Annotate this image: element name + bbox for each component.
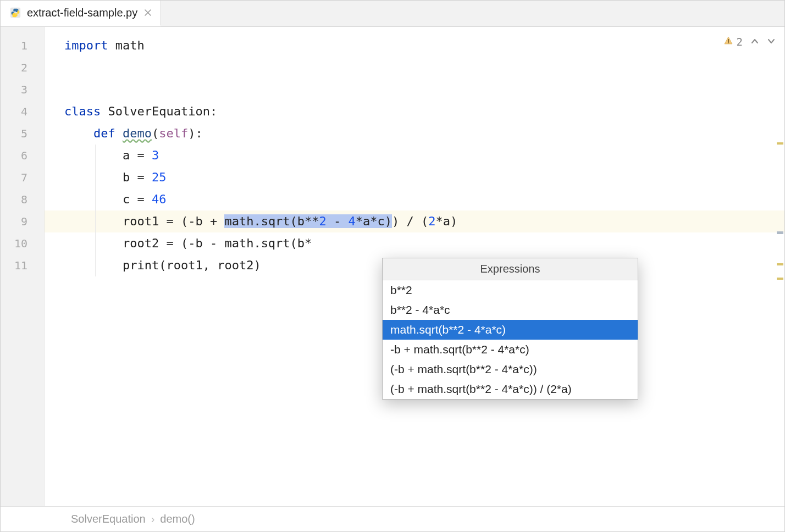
chevron-right-icon: › [151,513,155,525]
line-number[interactable]: 2 [1,57,44,79]
line-number[interactable]: 1 [1,35,44,57]
warning-marker[interactable] [777,278,783,280]
code-line[interactable]: def demo(self): [45,123,784,145]
warning-count: 2 [737,36,743,48]
call-token: print [123,258,159,272]
code-line[interactable] [45,79,784,101]
expression-option[interactable]: b**2 [383,280,638,300]
code-line[interactable]: class SolverEquation: [45,101,784,123]
token: ( [152,126,159,140]
code-line[interactable]: a = 3 [45,145,784,167]
token: *a) [436,214,458,228]
line-number[interactable]: 8 [1,189,44,210]
breadcrumb-bar: SolverEquation › demo() [1,506,784,531]
expression-option[interactable]: (-b + math.sqrt(b**2 - 4*a*c)) [383,359,638,379]
line-number[interactable]: 10 [1,232,44,254]
line-number[interactable]: 6 [1,145,44,167]
number-token: 4 [349,214,356,228]
code-editor[interactable]: import math class SolverEquation: def de… [45,27,784,506]
line-number[interactable]: 3 [1,79,44,101]
token: root2 = (-b - math.sqrt(b* [123,236,312,250]
warnings-indicator[interactable]: 2 [723,36,743,48]
code-line[interactable]: import math [45,35,784,57]
svg-rect-1 [728,39,729,42]
function-name: demo [123,126,152,140]
keyword: def [93,126,115,140]
token: root1 = (-b + [123,214,224,228]
editor-tab[interactable]: extract-field-sample.py [1,1,161,26]
self-token: self [159,126,188,140]
token: a = [123,148,152,162]
expression-option[interactable]: b**2 - 4*a*c [383,300,638,320]
next-highlight-icon[interactable] [767,35,776,48]
token: math.sqrt(b** [224,214,319,228]
breadcrumb-item[interactable]: SolverEquation [71,513,146,525]
popup-title: Expressions [383,258,638,280]
expressions-popup: Expressions b**2 b**2 - 4*a*c math.sqrt(… [382,258,638,400]
line-number[interactable]: 7 [1,167,44,189]
breadcrumb-item[interactable]: demo() [160,513,195,525]
code-line[interactable]: root2 = (-b - math.sqrt(b* [45,232,784,254]
info-marker[interactable] [777,231,783,234]
error-stripe[interactable] [776,27,784,506]
line-number[interactable]: 5 [1,123,44,145]
token: c = [123,192,152,206]
line-number-gutter: 1 2 3 4 5 6 7 8 9 10 11 [1,27,45,506]
expression-option[interactable]: -b + math.sqrt(b**2 - 4*a*c) [383,340,638,359]
editor-area: 1 2 3 4 5 6 7 8 9 10 11 import math clas… [1,27,784,506]
token: *a*c) [356,214,392,228]
warning-marker[interactable] [777,142,783,145]
token: - [327,214,349,228]
prev-highlight-icon[interactable] [750,35,759,48]
token: : [210,104,217,118]
code-line-current[interactable]: root1 = (-b + math.sqrt(b**2 - 4*a*c)) /… [45,210,784,232]
number-token: 25 [152,170,167,184]
keyword: import [64,38,108,52]
expression-option-selected[interactable]: math.sqrt(b**2 - 4*a*c) [383,320,638,340]
token: b = [123,170,152,184]
code-line[interactable]: c = 46 [45,189,784,210]
line-number[interactable]: 9 [1,210,44,232]
code-line[interactable]: b = 25 [45,167,784,189]
warning-marker[interactable] [777,263,783,265]
line-number[interactable]: 11 [1,254,44,276]
tab-filename: extract-field-sample.py [27,7,137,19]
svg-rect-2 [728,42,729,43]
number-token: 46 [152,192,167,206]
number-token: 3 [152,148,159,162]
token: SolverEquation [101,104,210,118]
warning-icon [723,36,733,48]
token: ) / ( [392,214,428,228]
expression-option[interactable]: (-b + math.sqrt(b**2 - 4*a*c)) / (2*a) [383,379,638,399]
code-line[interactable] [45,57,784,79]
python-file-icon [9,7,21,19]
line-number[interactable]: 4 [1,101,44,123]
tab-bar: extract-field-sample.py [1,1,784,27]
keyword: class [64,104,101,118]
token: (root1, root2) [159,258,261,272]
token: ): [188,126,203,140]
token: math [108,38,144,52]
number-token: 2 [319,214,327,228]
number-token: 2 [428,214,435,228]
close-tab-icon[interactable] [143,8,153,18]
inspections-widget: 2 [723,35,776,48]
